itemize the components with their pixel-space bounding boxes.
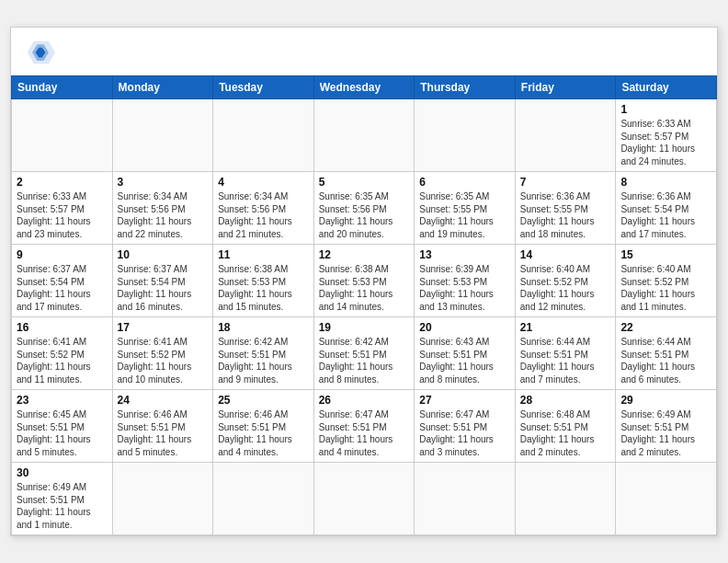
calendar-cell: 21Sunrise: 6:44 AMSunset: 5:51 PMDayligh… — [515, 317, 616, 390]
day-number: 30 — [17, 466, 108, 479]
weekday-header-sunday: Sunday — [12, 76, 113, 99]
day-info: Sunrise: 6:35 AMSunset: 5:56 PMDaylight:… — [319, 190, 410, 240]
calendar-cell: 2Sunrise: 6:33 AMSunset: 5:57 PMDaylight… — [12, 172, 113, 245]
day-number: 2 — [17, 176, 108, 189]
day-number: 29 — [620, 394, 711, 407]
day-info: Sunrise: 6:33 AMSunset: 5:57 PMDaylight:… — [17, 190, 108, 240]
weekday-header-saturday: Saturday — [616, 76, 717, 99]
calendar-cell: 7Sunrise: 6:36 AMSunset: 5:55 PMDaylight… — [515, 172, 616, 245]
day-info: Sunrise: 6:36 AMSunset: 5:55 PMDaylight:… — [520, 190, 611, 240]
day-number: 14 — [520, 248, 611, 261]
calendar-cell: 23Sunrise: 6:45 AMSunset: 5:51 PMDayligh… — [12, 390, 113, 463]
calendar-cell: 18Sunrise: 6:42 AMSunset: 5:51 PMDayligh… — [213, 317, 314, 390]
day-info: Sunrise: 6:42 AMSunset: 5:51 PMDaylight:… — [218, 336, 309, 385]
day-number: 17 — [118, 321, 209, 334]
calendar-cell: 3Sunrise: 6:34 AMSunset: 5:56 PMDaylight… — [112, 172, 213, 245]
day-info: Sunrise: 6:41 AMSunset: 5:52 PMDaylight:… — [17, 336, 108, 385]
calendar-container: SundayMondayTuesdayWednesdayThursdayFrid… — [10, 27, 718, 536]
calendar-cell: 22Sunrise: 6:44 AMSunset: 5:51 PMDayligh… — [616, 317, 717, 390]
day-info: Sunrise: 6:34 AMSunset: 5:56 PMDaylight:… — [118, 190, 209, 240]
calendar-cell — [415, 99, 516, 172]
day-info: Sunrise: 6:38 AMSunset: 5:53 PMDaylight:… — [218, 263, 309, 313]
calendar-cell: 20Sunrise: 6:43 AMSunset: 5:51 PMDayligh… — [415, 317, 516, 390]
calendar-cell: 26Sunrise: 6:47 AMSunset: 5:51 PMDayligh… — [313, 390, 415, 463]
day-number: 19 — [319, 321, 410, 334]
day-info: Sunrise: 6:34 AMSunset: 5:56 PMDaylight:… — [218, 190, 309, 240]
calendar-cell — [313, 99, 415, 172]
day-number: 27 — [419, 394, 510, 407]
day-number: 15 — [620, 248, 711, 261]
calendar-cell — [415, 463, 516, 535]
day-number: 12 — [319, 248, 410, 261]
logo — [26, 40, 59, 66]
calendar-table: SundayMondayTuesdayWednesdayThursdayFrid… — [11, 75, 717, 535]
day-info: Sunrise: 6:37 AMSunset: 5:54 PMDaylight:… — [118, 263, 209, 313]
day-number: 18 — [218, 321, 309, 334]
calendar-cell: 16Sunrise: 6:41 AMSunset: 5:52 PMDayligh… — [12, 317, 113, 390]
week-row-1: 1Sunrise: 6:33 AMSunset: 5:57 PMDaylight… — [12, 99, 717, 172]
day-info: Sunrise: 6:35 AMSunset: 5:55 PMDaylight:… — [419, 190, 510, 240]
calendar-cell: 11Sunrise: 6:38 AMSunset: 5:53 PMDayligh… — [213, 245, 314, 317]
calendar-cell — [515, 99, 616, 172]
day-number: 16 — [17, 321, 108, 334]
calendar-cell: 29Sunrise: 6:49 AMSunset: 5:51 PMDayligh… — [616, 390, 717, 463]
day-info: Sunrise: 6:47 AMSunset: 5:51 PMDaylight:… — [319, 408, 410, 458]
calendar-cell — [515, 463, 616, 535]
calendar-cell — [112, 99, 213, 172]
calendar-cell: 28Sunrise: 6:48 AMSunset: 5:51 PMDayligh… — [515, 390, 616, 463]
calendar-cell: 13Sunrise: 6:39 AMSunset: 5:53 PMDayligh… — [415, 245, 516, 317]
calendar-cell: 9Sunrise: 6:37 AMSunset: 5:54 PMDaylight… — [12, 245, 113, 317]
weekday-header-thursday: Thursday — [415, 76, 516, 99]
day-info: Sunrise: 6:46 AMSunset: 5:51 PMDaylight:… — [218, 408, 309, 458]
calendar-cell: 30Sunrise: 6:49 AMSunset: 5:51 PMDayligh… — [12, 463, 113, 535]
day-info: Sunrise: 6:43 AMSunset: 5:51 PMDaylight:… — [419, 336, 510, 385]
day-number: 7 — [520, 176, 611, 189]
calendar-cell: 12Sunrise: 6:38 AMSunset: 5:53 PMDayligh… — [313, 245, 415, 317]
day-number: 8 — [620, 176, 711, 189]
day-number: 11 — [218, 248, 309, 261]
day-number: 13 — [419, 248, 510, 261]
day-number: 21 — [520, 321, 611, 334]
week-row-2: 2Sunrise: 6:33 AMSunset: 5:57 PMDaylight… — [12, 172, 717, 245]
calendar-cell: 25Sunrise: 6:46 AMSunset: 5:51 PMDayligh… — [213, 390, 314, 463]
day-number: 28 — [520, 394, 611, 407]
logo-icon — [26, 40, 55, 66]
calendar-cell — [112, 463, 213, 535]
day-number: 9 — [17, 248, 108, 261]
day-number: 25 — [218, 394, 309, 407]
day-info: Sunrise: 6:49 AMSunset: 5:51 PMDaylight:… — [17, 481, 108, 531]
calendar-cell: 8Sunrise: 6:36 AMSunset: 5:54 PMDaylight… — [616, 172, 717, 245]
day-number: 26 — [319, 394, 410, 407]
day-number: 6 — [419, 176, 510, 189]
week-row-3: 9Sunrise: 6:37 AMSunset: 5:54 PMDaylight… — [12, 245, 717, 317]
calendar-cell: 1Sunrise: 6:33 AMSunset: 5:57 PMDaylight… — [616, 99, 717, 172]
day-number: 3 — [118, 176, 209, 189]
day-number: 20 — [419, 321, 510, 334]
day-info: Sunrise: 6:40 AMSunset: 5:52 PMDaylight:… — [520, 263, 611, 313]
calendar-cell — [213, 99, 314, 172]
calendar-cell — [213, 463, 314, 535]
calendar-cell: 4Sunrise: 6:34 AMSunset: 5:56 PMDaylight… — [213, 172, 314, 245]
calendar-cell: 10Sunrise: 6:37 AMSunset: 5:54 PMDayligh… — [112, 245, 213, 317]
calendar-cell: 17Sunrise: 6:41 AMSunset: 5:52 PMDayligh… — [112, 317, 213, 390]
calendar-cell: 5Sunrise: 6:35 AMSunset: 5:56 PMDaylight… — [313, 172, 415, 245]
day-number: 5 — [319, 176, 410, 189]
day-info: Sunrise: 6:44 AMSunset: 5:51 PMDaylight:… — [520, 336, 611, 385]
week-row-4: 16Sunrise: 6:41 AMSunset: 5:52 PMDayligh… — [12, 317, 717, 390]
weekday-header-tuesday: Tuesday — [213, 76, 314, 99]
weekday-header-wednesday: Wednesday — [313, 76, 415, 99]
day-number: 24 — [118, 394, 209, 407]
day-number: 1 — [620, 103, 711, 116]
calendar-cell: 14Sunrise: 6:40 AMSunset: 5:52 PMDayligh… — [515, 245, 616, 317]
day-number: 23 — [17, 394, 108, 407]
calendar-cell: 19Sunrise: 6:42 AMSunset: 5:51 PMDayligh… — [313, 317, 415, 390]
calendar-cell: 6Sunrise: 6:35 AMSunset: 5:55 PMDaylight… — [415, 172, 516, 245]
day-info: Sunrise: 6:47 AMSunset: 5:51 PMDaylight:… — [419, 408, 510, 458]
day-info: Sunrise: 6:37 AMSunset: 5:54 PMDaylight:… — [17, 263, 108, 313]
day-info: Sunrise: 6:33 AMSunset: 5:57 PMDaylight:… — [620, 118, 711, 167]
day-info: Sunrise: 6:45 AMSunset: 5:51 PMDaylight:… — [17, 408, 108, 458]
weekday-header-monday: Monday — [112, 76, 213, 99]
calendar-cell — [12, 99, 113, 172]
day-info: Sunrise: 6:39 AMSunset: 5:53 PMDaylight:… — [419, 263, 510, 313]
day-info: Sunrise: 6:36 AMSunset: 5:54 PMDaylight:… — [620, 190, 711, 240]
